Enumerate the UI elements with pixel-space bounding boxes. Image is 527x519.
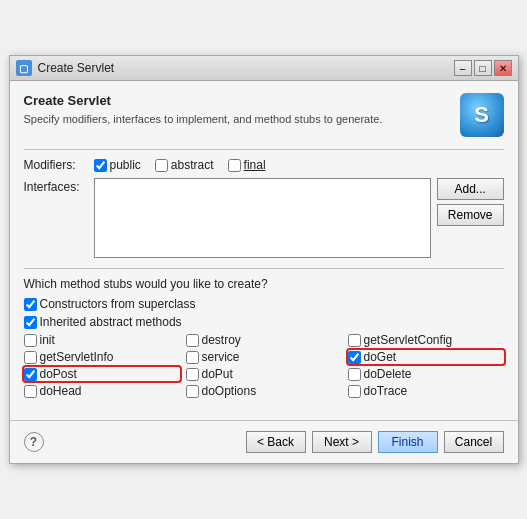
- modifier-public-label: public: [110, 158, 141, 172]
- stub-service-checkbox[interactable]: [186, 351, 199, 364]
- stub-destroy-label: destroy: [202, 333, 241, 347]
- stubs-section-title: Which method stubs would you like to cre…: [24, 277, 504, 291]
- stubs-inherited: Inherited abstract methods: [24, 315, 182, 329]
- header-text: Create Servlet Specify modifiers, interf…: [24, 93, 450, 127]
- stub-dooptions-label: doOptions: [202, 384, 257, 398]
- stub-service: service: [186, 350, 342, 364]
- stubs-constructors: Constructors from superclass: [24, 297, 196, 311]
- remove-button[interactable]: Remove: [437, 204, 504, 226]
- stubs-grid: init destroy getServletConfig getServlet…: [24, 333, 504, 398]
- header-section: Create Servlet Specify modifiers, interf…: [24, 93, 504, 137]
- stub-init: init: [24, 333, 180, 347]
- modifier-abstract: abstract: [155, 158, 214, 172]
- footer-buttons: < Back Next > Finish Cancel: [246, 431, 504, 453]
- maximize-button[interactable]: □: [474, 60, 492, 76]
- modifier-final-checkbox[interactable]: [228, 159, 241, 172]
- minimize-button[interactable]: –: [454, 60, 472, 76]
- dialog-footer: ? < Back Next > Finish Cancel: [10, 420, 518, 463]
- modifiers-checkboxes: public abstract final: [94, 158, 266, 172]
- title-bar: ▢ Create Servlet – □ ✕: [10, 56, 518, 81]
- stub-getservletinfo: getServletInfo: [24, 350, 180, 364]
- dialog-window: ▢ Create Servlet – □ ✕ Create Servlet Sp…: [9, 55, 519, 464]
- stub-dopost-label: doPost: [40, 367, 77, 381]
- modifiers-label: Modifiers:: [24, 158, 94, 172]
- stub-dohead: doHead: [24, 384, 180, 398]
- next-button[interactable]: Next >: [312, 431, 372, 453]
- stubs-inherited-checkbox[interactable]: [24, 316, 37, 329]
- stub-init-checkbox[interactable]: [24, 334, 37, 347]
- stub-dopost: doPost: [24, 367, 180, 381]
- stub-dotrace-checkbox[interactable]: [348, 385, 361, 398]
- stub-dotrace-label: doTrace: [364, 384, 408, 398]
- stub-init-label: init: [40, 333, 55, 347]
- modifier-abstract-checkbox[interactable]: [155, 159, 168, 172]
- stubs-inherited-label: Inherited abstract methods: [40, 315, 182, 329]
- stub-doget: doGet: [348, 350, 504, 364]
- stub-dopost-checkbox[interactable]: [24, 368, 37, 381]
- interfaces-buttons: Add... Remove: [437, 178, 504, 226]
- back-button[interactable]: < Back: [246, 431, 306, 453]
- stub-dohead-label: doHead: [40, 384, 82, 398]
- stubs-constructors-checkbox[interactable]: [24, 298, 37, 311]
- modifier-final: final: [228, 158, 266, 172]
- stub-getservletconfig-checkbox[interactable]: [348, 334, 361, 347]
- stub-service-label: service: [202, 350, 240, 364]
- stub-doget-checkbox[interactable]: [348, 351, 361, 364]
- stubs-section: Which method stubs would you like to cre…: [24, 277, 504, 398]
- stub-getservletconfig: getServletConfig: [348, 333, 504, 347]
- stub-dodelete-checkbox[interactable]: [348, 368, 361, 381]
- window-controls: – □ ✕: [454, 60, 512, 76]
- stub-doput-checkbox[interactable]: [186, 368, 199, 381]
- window-title: Create Servlet: [38, 61, 448, 75]
- stub-dotrace: doTrace: [348, 384, 504, 398]
- stub-getservletinfo-label: getServletInfo: [40, 350, 114, 364]
- help-button[interactable]: ?: [24, 432, 44, 452]
- interfaces-listbox[interactable]: [94, 178, 431, 258]
- add-button[interactable]: Add...: [437, 178, 504, 200]
- stub-destroy-checkbox[interactable]: [186, 334, 199, 347]
- stub-dooptions: doOptions: [186, 384, 342, 398]
- stub-getservletconfig-label: getServletConfig: [364, 333, 453, 347]
- modifier-abstract-label: abstract: [171, 158, 214, 172]
- cancel-button[interactable]: Cancel: [444, 431, 504, 453]
- modifier-public: public: [94, 158, 141, 172]
- stub-dodelete: doDelete: [348, 367, 504, 381]
- stub-doput: doPut: [186, 367, 342, 381]
- app-logo: S: [460, 93, 504, 137]
- stub-destroy: destroy: [186, 333, 342, 347]
- interfaces-section: Interfaces: Add... Remove: [24, 178, 504, 258]
- dialog-title: Create Servlet: [24, 93, 450, 108]
- interfaces-label: Interfaces:: [24, 178, 94, 194]
- close-button[interactable]: ✕: [494, 60, 512, 76]
- stub-dooptions-checkbox[interactable]: [186, 385, 199, 398]
- stubs-constructors-label: Constructors from superclass: [40, 297, 196, 311]
- window-icon: ▢: [16, 60, 32, 76]
- stub-dodelete-label: doDelete: [364, 367, 412, 381]
- stub-getservletinfo-checkbox[interactable]: [24, 351, 37, 364]
- finish-button[interactable]: Finish: [378, 431, 438, 453]
- stub-doput-label: doPut: [202, 367, 233, 381]
- divider-2: [24, 268, 504, 269]
- stubs-inherited-row: Inherited abstract methods: [24, 315, 504, 329]
- stubs-constructors-row: Constructors from superclass: [24, 297, 504, 311]
- stub-doget-label: doGet: [364, 350, 397, 364]
- dialog-content: Create Servlet Specify modifiers, interf…: [10, 81, 518, 410]
- modifiers-row: Modifiers: public abstract final: [24, 158, 504, 172]
- modifier-public-checkbox[interactable]: [94, 159, 107, 172]
- stub-dohead-checkbox[interactable]: [24, 385, 37, 398]
- dialog-description: Specify modifiers, interfaces to impleme…: [24, 112, 450, 127]
- divider-1: [24, 149, 504, 150]
- modifier-final-label: final: [244, 158, 266, 172]
